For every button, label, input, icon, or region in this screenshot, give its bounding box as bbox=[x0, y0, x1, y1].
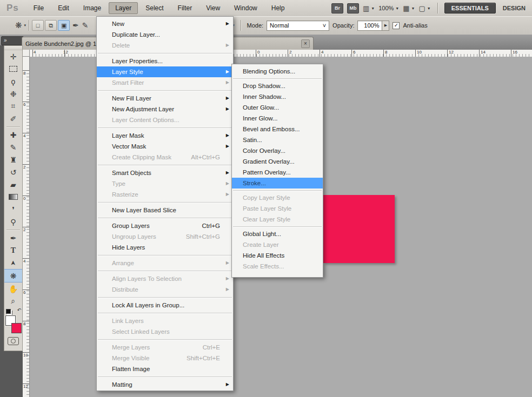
quick-selection-tool[interactable]: ❉ bbox=[4, 88, 22, 100]
background-color-swatch[interactable] bbox=[11, 323, 22, 333]
panel-collapse-button[interactable]: » bbox=[1, 36, 24, 45]
arrange-documents-dropdown[interactable]: ▦ ▼ bbox=[403, 4, 415, 12]
menu-item-layer-content-options[interactable]: Layer Content Options... bbox=[97, 115, 233, 125]
eyedropper-tool[interactable]: ✐ bbox=[4, 112, 22, 125]
paths-button[interactable]: ⧉ bbox=[45, 20, 57, 31]
menubar-item-help[interactable]: Help bbox=[265, 2, 291, 14]
spot-healing-brush-tool[interactable]: ✚ bbox=[4, 129, 22, 141]
menu-item-clear-layer-style[interactable]: Clear Layer Style bbox=[232, 214, 323, 225]
opacity-input[interactable]: 100% bbox=[357, 21, 382, 31]
menu-item-delete[interactable]: Delete▶ bbox=[97, 40, 233, 51]
menu-item-stroke[interactable]: Stroke... bbox=[232, 178, 323, 189]
menu-item-create-layer[interactable]: Create Layer bbox=[232, 239, 323, 250]
menu-item-smart-objects[interactable]: Smart Objects▶ bbox=[97, 167, 233, 178]
shape-layers-button[interactable]: □ bbox=[32, 20, 44, 31]
menubar-item-file[interactable]: File bbox=[27, 2, 50, 14]
menu-item-gradient-overlay[interactable]: Gradient Overlay... bbox=[232, 156, 323, 167]
menu-item-lock-all-layers-in-group[interactable]: Lock All Layers in Group... bbox=[97, 300, 233, 311]
menu-item-drop-shadow[interactable]: Drop Shadow... bbox=[232, 80, 323, 91]
menu-item-duplicate-layer[interactable]: Duplicate Layer... bbox=[97, 29, 233, 40]
bridge-button[interactable]: Br bbox=[331, 3, 343, 14]
menu-item-merge-layers[interactable]: Merge LayersCtrl+E bbox=[97, 342, 233, 353]
swap-colors-icon[interactable]: ↶ bbox=[17, 307, 21, 313]
path-selection-tool[interactable]: ➤ bbox=[4, 257, 22, 269]
menu-item-select-linked-layers[interactable]: Select Linked Layers bbox=[97, 326, 233, 337]
menu-item-layer-properties[interactable]: Layer Properties... bbox=[97, 56, 233, 66]
clone-stamp-tool[interactable]: ♜ bbox=[4, 153, 22, 166]
fill-pixels-button[interactable]: ▣ bbox=[58, 20, 70, 31]
canvas-shape-rectangle[interactable] bbox=[323, 195, 395, 263]
menu-item-merge-visible[interactable]: Merge VisibleShift+Ctrl+E bbox=[97, 353, 233, 364]
menu-item-group-layers[interactable]: Group LayersCtrl+G bbox=[97, 220, 233, 231]
custom-shape-tool[interactable]: ❋ bbox=[4, 269, 22, 282]
menubar-item-layer[interactable]: Layer bbox=[109, 2, 138, 14]
blend-mode-select[interactable]: Normal ˅ bbox=[267, 21, 329, 31]
menu-item-matting[interactable]: Matting▶ bbox=[97, 379, 233, 390]
eraser-tool[interactable]: ▰ bbox=[4, 178, 22, 191]
brush-tool[interactable]: ✎ bbox=[4, 141, 22, 153]
menu-item-new[interactable]: New▶ bbox=[97, 18, 233, 29]
menu-item-smart-filter[interactable]: Smart Filter▶ bbox=[97, 77, 233, 88]
menubar-item-filter[interactable]: Filter bbox=[171, 2, 199, 14]
menu-item-inner-glow[interactable]: Inner Glow... bbox=[232, 113, 323, 124]
menu-item-vector-mask[interactable]: Vector Mask▶ bbox=[97, 141, 233, 152]
menu-item-layer-style[interactable]: Layer Style▶ bbox=[97, 66, 233, 77]
menu-item-color-overlay[interactable]: Color Overlay... bbox=[232, 145, 323, 156]
close-icon[interactable]: × bbox=[301, 39, 310, 48]
menu-item-copy-layer-style[interactable]: Copy Layer Style bbox=[232, 192, 323, 203]
gradient-tool[interactable] bbox=[4, 191, 22, 203]
pen-tool[interactable]: ✒ bbox=[4, 232, 22, 244]
menubar-item-image[interactable]: Image bbox=[77, 2, 108, 14]
rectangular-marquee-tool[interactable] bbox=[4, 63, 22, 75]
menu-item-pattern-overlay[interactable]: Pattern Overlay... bbox=[232, 167, 323, 178]
workspace-design-button[interactable]: DESIGN bbox=[500, 3, 529, 13]
workspace-essentials-button[interactable]: ESSENTIALS bbox=[444, 3, 496, 14]
tool-preset-picker[interactable]: ❋ ▾ bbox=[15, 21, 26, 30]
menu-item-type[interactable]: Type▶ bbox=[97, 178, 233, 189]
quick-mask-button[interactable] bbox=[8, 337, 19, 345]
history-brush-tool[interactable]: ↺ bbox=[4, 166, 22, 178]
hand-tool[interactable]: ✋ bbox=[4, 282, 22, 295]
menubar-item-window[interactable]: Window bbox=[228, 2, 264, 14]
dodge-tool[interactable]: ⚲ bbox=[4, 216, 22, 228]
view-extras-dropdown[interactable]: ▥ ▼ bbox=[363, 4, 375, 12]
menu-item-scale-effects[interactable]: Scale Effects... bbox=[232, 261, 323, 272]
menu-item-bevel-and-emboss[interactable]: Bevel and Emboss... bbox=[232, 124, 323, 134]
lasso-tool[interactable]: ϙ bbox=[4, 75, 22, 88]
blur-tool[interactable]: ❜ bbox=[4, 203, 22, 216]
opacity-slider-button[interactable]: ▶ bbox=[382, 21, 389, 31]
menu-item-new-adjustment-layer[interactable]: New Adjustment Layer▶ bbox=[97, 104, 233, 115]
type-tool[interactable]: T bbox=[4, 244, 22, 257]
menu-item-new-fill-layer[interactable]: New Fill Layer▶ bbox=[97, 93, 233, 104]
menu-item-blending-options[interactable]: Blending Options... bbox=[232, 66, 323, 77]
menubar-item-edit[interactable]: Edit bbox=[51, 2, 76, 14]
default-colors-icon[interactable] bbox=[6, 309, 11, 314]
menu-item-layer-mask[interactable]: Layer Mask▶ bbox=[97, 130, 233, 141]
menu-item-hide-all-effects[interactable]: Hide All Effects bbox=[232, 250, 323, 261]
mini-bridge-button[interactable]: Mb bbox=[347, 3, 359, 14]
menu-item-align-layers-to-selection[interactable]: Align Layers To Selection▶ bbox=[97, 273, 233, 284]
menu-item-new-layer-based-slice[interactable]: New Layer Based Slice bbox=[97, 205, 233, 216]
menu-item-outer-glow[interactable]: Outer Glow... bbox=[232, 102, 323, 113]
menu-item-hide-layers[interactable]: Hide Layers bbox=[97, 242, 233, 253]
menu-item-distribute[interactable]: Distribute▶ bbox=[97, 284, 233, 295]
menubar-item-view[interactable]: View bbox=[200, 2, 227, 14]
menu-item-global-light[interactable]: Global Light... bbox=[232, 228, 323, 239]
zoom-preset-dropdown[interactable]: 100% ▼ bbox=[378, 5, 399, 11]
menu-item-flatten-image[interactable]: Flatten Image bbox=[97, 364, 233, 374]
menu-item-satin[interactable]: Satin... bbox=[232, 134, 323, 145]
menu-item-link-layers[interactable]: Link Layers bbox=[97, 315, 233, 326]
menubar-item-select[interactable]: Select bbox=[139, 2, 170, 14]
antialias-checkbox[interactable]: ✓ bbox=[393, 22, 400, 29]
menu-item-create-clipping-mask[interactable]: Create Clipping MaskAlt+Ctrl+G bbox=[97, 152, 233, 163]
pen-tool-icon[interactable]: ✒ bbox=[72, 21, 79, 30]
zoom-tool[interactable]: ⌕ bbox=[4, 295, 22, 307]
screen-mode-dropdown[interactable]: ▢ ▼ bbox=[419, 4, 431, 12]
crop-tool[interactable]: ⌗ bbox=[4, 100, 22, 112]
menu-item-arrange[interactable]: Arrange▶ bbox=[97, 258, 233, 268]
menu-item-rasterize[interactable]: Rasterize▶ bbox=[97, 189, 233, 200]
menu-item-ungroup-layers[interactable]: Ungroup LayersShift+Ctrl+G bbox=[97, 231, 233, 242]
menu-item-paste-layer-style[interactable]: Paste Layer Style bbox=[232, 203, 323, 214]
move-tool[interactable]: ✛ bbox=[4, 50, 22, 63]
freeform-pen-tool-icon[interactable]: ✎ bbox=[82, 21, 89, 30]
